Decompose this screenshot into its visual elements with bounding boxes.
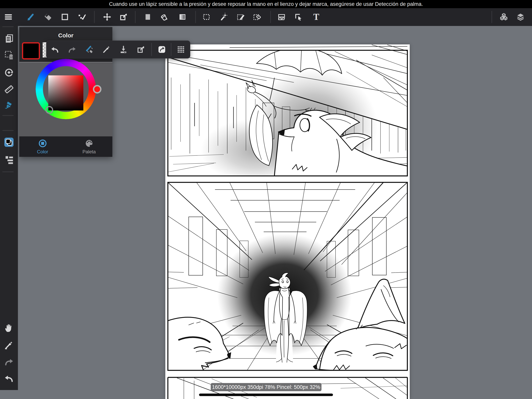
redo-icon (4, 357, 14, 367)
saturation-value-box[interactable] (48, 75, 83, 110)
resize-arrow-icon (136, 45, 145, 54)
panel-divide-icon (277, 13, 286, 21)
status-text: 1600*10000px 350dpi 78% Pincel: 500px 32… (212, 384, 320, 390)
brush-icon (26, 13, 35, 21)
layer-list-button[interactable] (3, 154, 15, 166)
horizontal-scrollbar[interactable] (199, 393, 333, 396)
color-panel-tabs: Color Paleta (19, 136, 112, 157)
hand-icon (4, 323, 14, 333)
undo-icon (51, 45, 59, 54)
ruler-icon (4, 84, 14, 94)
quick-redo-button[interactable] (67, 45, 77, 54)
paint-bucket-button[interactable] (159, 12, 170, 22)
share-button[interactable] (157, 45, 167, 54)
sidebar-divider (2, 130, 14, 131)
select-rectangle-button[interactable] (201, 12, 212, 22)
move-icon (103, 13, 112, 21)
gradient-tool-button[interactable] (177, 12, 188, 22)
redo-button[interactable] (3, 355, 15, 368)
app-window: Cuando use un lápiz sensible a la presió… (0, 0, 532, 399)
select-eraser-button[interactable] (252, 12, 262, 22)
notification-text: Cuando use un lápiz sensible a la presió… (109, 1, 423, 7)
tab-paleta[interactable]: Paleta (66, 136, 112, 157)
sidebar-divider (2, 26, 14, 27)
redo-icon (68, 45, 76, 54)
color-wheel-area (19, 62, 112, 136)
rectangle-icon (60, 13, 69, 21)
ruler-button[interactable] (3, 83, 15, 96)
transform-icon (119, 13, 128, 21)
toolbar-separator (94, 11, 95, 23)
share-icon (157, 45, 166, 54)
save-download-icon (119, 45, 128, 54)
fill-rectangle-button[interactable] (142, 12, 153, 22)
panel-divide-button[interactable] (276, 12, 287, 22)
quick-undo-button[interactable] (50, 45, 60, 54)
paint-bucket-icon (160, 13, 169, 21)
hue-ring-handle[interactable] (93, 85, 101, 94)
rotate-canvas-icon (4, 67, 14, 77)
select-pen-icon (236, 13, 245, 21)
select-pen-button[interactable] (235, 12, 246, 22)
toolbar-separator (492, 11, 492, 23)
foreground-color-swatch[interactable] (22, 42, 40, 59)
decoration-brush-icon (4, 100, 14, 110)
object-select-button[interactable] (293, 12, 304, 22)
toolbar-separator (195, 11, 196, 23)
transform-tool-button[interactable] (118, 12, 129, 22)
drag-handle-dots-icon (177, 45, 185, 54)
fullscreen-transform-button[interactable] (136, 45, 146, 54)
text-tool-glyph: T (313, 12, 319, 22)
control-point-pen-button[interactable] (76, 12, 87, 22)
quick-eyedropper-button[interactable] (102, 45, 111, 54)
quick-toolbar-separator (151, 43, 152, 56)
text-tool-button[interactable]: T (311, 12, 322, 22)
layers-button[interactable] (515, 12, 526, 22)
magic-wand-icon (219, 13, 228, 21)
move-tool-button[interactable] (102, 12, 113, 22)
magic-wand-button[interactable] (218, 12, 229, 22)
eyedropper-icon (102, 45, 111, 54)
gradient-icon (178, 13, 187, 21)
drag-handle[interactable] (176, 45, 186, 54)
undo-button[interactable] (3, 372, 15, 385)
saturation-value-handle[interactable] (45, 106, 53, 114)
pages-icon (4, 33, 14, 44)
brush-tool-button[interactable] (25, 12, 36, 22)
quick-toolbar (46, 40, 190, 58)
eyedropper-button[interactable] (3, 339, 15, 351)
layers-icon (516, 13, 525, 21)
rotate-canvas-button[interactable] (3, 66, 15, 79)
color-swatches-button[interactable] (3, 136, 15, 148)
materials-button[interactable] (498, 12, 509, 22)
selection-menu-icon (4, 50, 14, 60)
select-eraser-icon (253, 13, 261, 21)
shape-rectangle-tool-button[interactable] (59, 12, 70, 22)
undo-icon (4, 373, 14, 383)
eraser-icon (44, 13, 53, 21)
hand-tool-button[interactable] (3, 322, 15, 334)
eraser-tool-button[interactable] (43, 12, 54, 22)
drawing-canvas[interactable] (165, 45, 410, 399)
selection-menu-button[interactable] (3, 49, 15, 61)
hamburger-icon (4, 13, 13, 21)
quick-toolbar-separator (171, 43, 171, 56)
eyedropper-icon (4, 340, 14, 350)
color-swatches-icon (4, 137, 14, 147)
brush-eraser-toggle-icon (85, 45, 94, 54)
layer-list-icon (4, 155, 14, 165)
tab-paleta-label: Paleta (82, 149, 96, 154)
sidebar-divider (2, 171, 14, 172)
save-button[interactable] (119, 45, 128, 54)
pages-button[interactable] (3, 32, 15, 45)
side-toolbar (0, 26, 18, 390)
notification-bar: Cuando use un lápiz sensible a la presió… (0, 0, 532, 8)
toolbar-separator (135, 11, 136, 23)
tab-color[interactable]: Color (19, 136, 66, 157)
decoration-brush-button[interactable] (3, 99, 15, 111)
main-toolbar: T (0, 8, 532, 26)
color-tab-icon (38, 139, 47, 148)
sidebar-divider (2, 115, 14, 116)
menu-button[interactable] (3, 12, 14, 22)
brush-eraser-toggle-button[interactable] (84, 45, 94, 54)
